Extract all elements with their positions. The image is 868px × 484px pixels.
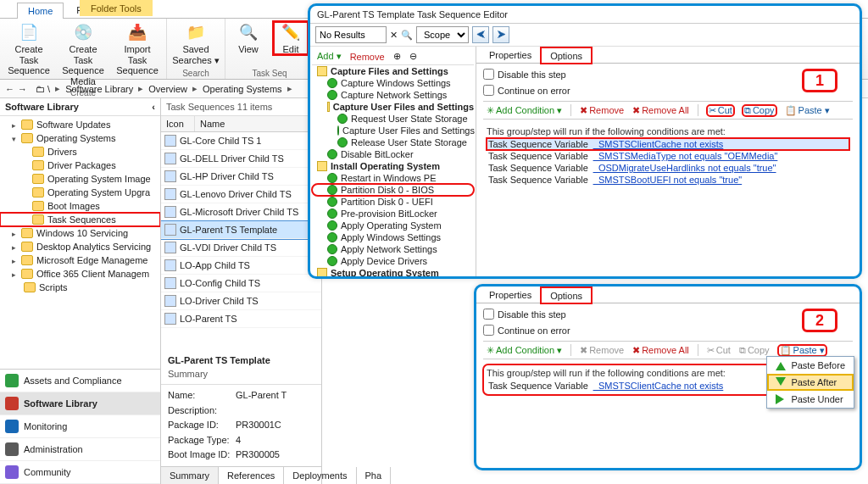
add-condition-button-2[interactable]: ✳Add Condition ▾ — [487, 345, 562, 356]
remove-step-button[interactable]: Remove — [350, 52, 385, 62]
nav-item[interactable]: Scripts — [0, 281, 160, 294]
copy-button-2[interactable]: ⧉Copy — [739, 345, 770, 356]
ts-step[interactable]: Partition Disk 0 - BIOS — [312, 184, 474, 196]
tab-home[interactable]: Home — [17, 3, 64, 19]
tab-options-1[interactable]: Options — [541, 47, 592, 64]
ts-group[interactable]: Capture User Files and Settings — [312, 101, 474, 113]
condition-row[interactable]: Task Sequence Variable_SMSTSMediaType no… — [487, 150, 849, 162]
workspace-item[interactable]: Software Library — [0, 392, 160, 415]
condition-link[interactable]: _SMSTSClientCache not exists — [593, 381, 723, 391]
context-tab-folder-tools[interactable]: Folder Tools — [80, 0, 153, 16]
col-name[interactable]: Name — [195, 116, 321, 131]
continue-on-error-checkbox-2[interactable]: Continue on error — [483, 325, 853, 336]
paste-button-2[interactable]: 📋Paste ▾ — [778, 345, 826, 356]
list-item[interactable]: GL-Lenovo Driver Child TS — [161, 186, 321, 203]
cut-button[interactable]: ✂Cut — [707, 105, 734, 116]
nav-item[interactable]: Operating System Upgra — [0, 186, 160, 199]
saved-searches-button[interactable]: 📁 Saved Searches ▾ — [172, 21, 220, 65]
ts-step[interactable]: Capture Network Settings — [312, 89, 474, 101]
list-item[interactable]: GL-Parent TS Template — [161, 221, 321, 239]
workspace-item[interactable]: Administration — [0, 438, 160, 461]
nav-item[interactable]: Microsoft Edge Manageme — [0, 253, 160, 267]
cut-button-2[interactable]: ✂Cut — [707, 345, 731, 356]
create-task-sequence-button[interactable]: 📄 Create Task Sequence — [5, 21, 53, 76]
ts-group[interactable]: Capture Files and Settings — [312, 65, 474, 77]
ts-step[interactable]: Pre-provision BitLocker — [312, 208, 474, 220]
disable-step-checkbox[interactable]: Disable this step — [483, 69, 853, 80]
nav-item[interactable]: Office 365 Client Managem — [0, 267, 160, 281]
copy-button[interactable]: ⧉Copy — [743, 105, 776, 116]
list-body[interactable]: GL-Core Child TS 1GL-DELL Driver Child T… — [161, 132, 321, 350]
nav-back-icon[interactable]: ← — [5, 84, 14, 94]
ts-group[interactable]: Setup Operating System — [312, 267, 474, 276]
workspace-item[interactable]: Assets and Compliance — [0, 370, 160, 392]
add-condition-button[interactable]: ✳Add Condition ▾ — [487, 105, 562, 116]
workspace-switcher[interactable]: Assets and ComplianceSoftware LibraryMon… — [0, 369, 160, 484]
list-item[interactable]: GL-DELL Driver Child TS — [161, 150, 321, 168]
list-item[interactable]: LO-Driver Child TS — [161, 292, 321, 310]
tab-properties-1[interactable]: Properties — [480, 47, 541, 63]
nav-item[interactable]: Driver Packages — [0, 159, 160, 172]
paste-before-item[interactable]: Paste Before — [767, 357, 854, 374]
workspace-item[interactable]: Monitoring — [0, 415, 160, 438]
tab-options-2[interactable]: Options — [541, 287, 592, 303]
list-item[interactable]: LO-App Child TS — [161, 257, 321, 275]
ts-step[interactable]: Release User State Storage — [312, 136, 474, 148]
tab-properties-2[interactable]: Properties — [480, 287, 541, 303]
nav-item[interactable]: Operating System Image — [0, 172, 160, 186]
condition-row[interactable]: Task Sequence Variable_SMSTSClientCache … — [487, 138, 849, 150]
ts-tree-panel[interactable]: Add ▾ Remove ⊕ ⊖ Capture Files and Setti… — [310, 47, 476, 276]
paste-after-item[interactable]: Paste After — [767, 374, 854, 391]
condition-link[interactable]: _OSDMigrateUseHardlinks not equals "true… — [593, 163, 776, 173]
col-icon[interactable]: Icon — [161, 116, 195, 131]
scope-select[interactable]: Scope — [416, 26, 469, 43]
nav-item[interactable]: Windows 10 Servicing — [0, 226, 160, 240]
nav-item[interactable]: Boot Images — [0, 199, 160, 213]
condition-row[interactable]: Task Sequence Variable_SMSTSBootUEFI not… — [487, 174, 849, 186]
nav-item[interactable]: Drivers — [0, 145, 160, 159]
ts-step[interactable]: Restart in Windows PE — [312, 172, 474, 184]
search-input[interactable] — [315, 26, 387, 43]
list-item[interactable]: LO-Parent TS — [161, 310, 321, 328]
expand-all-icon[interactable]: ⊕ — [393, 51, 401, 62]
ts-step[interactable]: Apply Network Settings — [312, 243, 474, 255]
ts-step[interactable]: Partition Disk 0 - UEFI — [312, 196, 474, 208]
edit-button[interactable]: ✏️ Edit — [273, 21, 309, 55]
nav-tree[interactable]: Software UpdatesOperating SystemsDrivers… — [0, 116, 160, 369]
condition-link[interactable]: _SMSTSMediaType not equals "OEMMedia" — [593, 151, 778, 161]
paste-menu[interactable]: Paste Before Paste After Paste Under — [766, 356, 854, 409]
view-button[interactable]: 🔍 View — [231, 21, 266, 55]
clear-search-icon[interactable]: ✕ — [390, 30, 398, 41]
remove-condition-button[interactable]: ✖Remove — [580, 105, 624, 116]
paste-button-1[interactable]: 📋Paste ▾ — [785, 105, 830, 116]
list-item[interactable]: GL-Core Child TS 1 — [161, 132, 321, 150]
next-result-button[interactable]: ⮞ — [492, 26, 509, 43]
list-item[interactable]: GL-Microsoft Driver Child TS — [161, 203, 321, 221]
import-ts-button[interactable]: 📥 Import Task Sequence — [114, 21, 161, 76]
nav-item[interactable]: Software Updates — [0, 118, 160, 131]
ts-group[interactable]: Install Operating System — [312, 160, 474, 172]
ts-step[interactable]: Apply Windows Settings — [312, 231, 474, 243]
create-ts-media-button[interactable]: 💿 Create Task Sequence Media — [59, 21, 107, 87]
ts-step[interactable]: Capture User Files and Settings — [312, 125, 474, 136]
remove-condition-button-2[interactable]: ✖Remove — [580, 345, 624, 356]
nav-item[interactable]: Desktop Analytics Servicing — [0, 240, 160, 253]
condition-link[interactable]: _SMSTSBootUEFI not equals "true" — [593, 175, 742, 185]
prev-result-button[interactable]: ⮜ — [472, 26, 489, 43]
nav-item[interactable]: Task Sequences — [0, 213, 160, 226]
condition-link[interactable]: _SMSTSClientCache not exists — [593, 139, 723, 149]
search-icon[interactable]: 🔍 — [401, 30, 413, 41]
nav-item[interactable]: Operating Systems — [0, 131, 160, 145]
list-item[interactable]: LO-Config Child TS — [161, 275, 321, 292]
crumb-software-library[interactable]: Software Library — [65, 84, 133, 94]
condition-row[interactable]: Task Sequence Variable_OSDMigrateUseHard… — [487, 162, 849, 174]
continue-on-error-checkbox[interactable]: Continue on error — [483, 85, 853, 96]
crumb-os[interactable]: Operating Systems — [203, 84, 282, 94]
crumb-overview[interactable]: Overview — [148, 84, 187, 94]
detail-tab[interactable]: Summary — [161, 467, 219, 484]
remove-all-button-2[interactable]: ✖Remove All — [632, 345, 689, 356]
detail-tab[interactable]: References — [219, 467, 284, 484]
ts-step[interactable]: Apply Device Drivers — [312, 255, 474, 267]
list-item[interactable]: GL-HP Driver Child TS — [161, 168, 321, 186]
detail-tabs[interactable]: SummaryReferencesDeploymentsPha — [161, 466, 321, 484]
